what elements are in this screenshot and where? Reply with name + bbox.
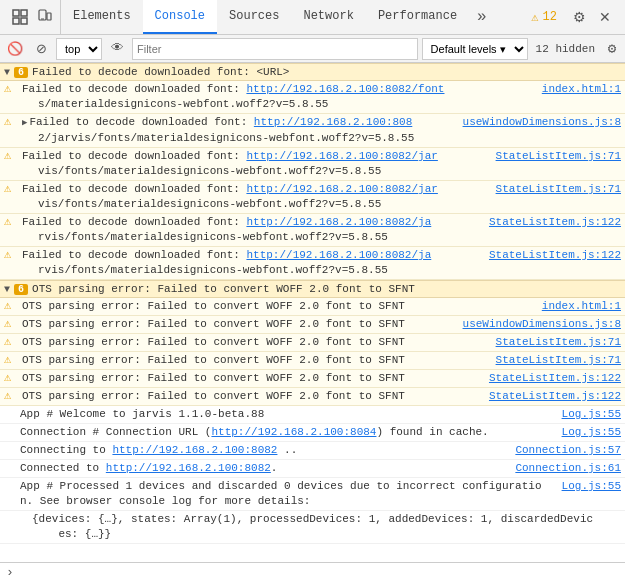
warning-icon: ⚠ — [4, 248, 18, 263]
console-line-text: OTS parsing error: Failed to convert WOF… — [22, 389, 481, 404]
warning-triangle-icon: ⚠ — [531, 10, 538, 25]
warning-icon: ⚠ — [4, 115, 18, 130]
svg-rect-3 — [21, 18, 27, 24]
console-line-text: OTS parsing error: Failed to convert WOF… — [22, 371, 481, 386]
console-line-text: Failed to decode downloaded font: http:/… — [22, 215, 481, 245]
console-line-text: App # Processed 1 devices and discarded … — [20, 479, 554, 509]
console-line: ⚠ OTS parsing error: Failed to convert W… — [0, 298, 625, 316]
console-line: App # Welcome to jarvis 1.1.0-beta.88 Lo… — [0, 406, 625, 424]
console-link[interactable]: http://192.168.2.100:8084 — [211, 426, 376, 438]
console-line: ⚠ ▶Failed to decode downloaded font: htt… — [0, 114, 625, 148]
console-line-text: Failed to decode downloaded font: http:/… — [22, 149, 488, 179]
console-line: App # Processed 1 devices and discarded … — [0, 478, 625, 511]
eye-icon[interactable]: 👁 — [106, 38, 128, 60]
devtools-settings: ⚙ ✕ — [563, 7, 621, 27]
warning-icon: ⚠ — [4, 353, 18, 368]
console-link[interactable]: http://192.168.2.100:808 — [254, 116, 412, 128]
tab-console[interactable]: Console — [143, 0, 217, 34]
devtools-tab-bar: Elements Console Sources Network Perform… — [0, 0, 625, 35]
console-line-text: OTS parsing error: Failed to convert WOF… — [22, 299, 534, 314]
warning-count[interactable]: ⚠ 12 — [525, 10, 563, 25]
console-filter-bar: 🚫 ⊘ top 👁 Default levels ▾ 12 hidden ⚙ — [0, 35, 625, 63]
tab-icons-group — [4, 0, 61, 34]
filter-toggle-icon[interactable]: ⊘ — [30, 38, 52, 60]
tab-network[interactable]: Network — [291, 0, 365, 34]
console-line-text: App # Welcome to jarvis 1.1.0-beta.88 — [20, 407, 554, 422]
tab-performance[interactable]: Performance — [366, 0, 469, 34]
clear-console-icon[interactable]: 🚫 — [4, 38, 26, 60]
console-link[interactable]: http://192.168.2.100:8082/ja — [246, 216, 431, 228]
settings-gear-icon[interactable]: ⚙ — [569, 7, 589, 27]
console-source-link[interactable]: useWindowDimensions.js:8 — [463, 115, 621, 130]
svg-rect-0 — [13, 10, 19, 16]
console-link[interactable]: http://192.168.2.100:8082/jar — [246, 150, 437, 162]
console-line: Connection # Connection URL (http://192.… — [0, 424, 625, 442]
console-line: ⚠ Failed to decode downloaded font: http… — [0, 81, 625, 114]
console-settings-icon[interactable]: ⚙ — [603, 40, 621, 58]
console-line: ⚠ OTS parsing error: Failed to convert W… — [0, 388, 625, 406]
console-line: ⚠ OTS parsing error: Failed to convert W… — [0, 316, 625, 334]
warning-icon: ⚠ — [4, 371, 18, 386]
log-level-selector[interactable]: Default levels ▾ — [422, 38, 528, 60]
console-line-text: Connecting to http://192.168.2.100:8082 … — [20, 443, 507, 458]
console-source-link[interactable]: Log.js:55 — [562, 407, 621, 422]
console-link[interactable]: http://192.168.2.100:8082/ja — [246, 249, 431, 261]
console-line: Connected to http://192.168.2.100:8082. … — [0, 460, 625, 478]
group1-triangle-icon: ▼ — [4, 67, 10, 78]
close-devtools-icon[interactable]: ✕ — [595, 7, 615, 27]
console-line-text: OTS parsing error: Failed to convert WOF… — [22, 317, 455, 332]
console-line: {devices: {…}, states: Array(1), process… — [0, 511, 625, 544]
console-source-link[interactable]: StateListItem.js:122 — [489, 371, 621, 386]
group2-text: OTS parsing error: Failed to convert WOF… — [32, 283, 415, 295]
console-link[interactable]: http://192.168.2.100:8082/font — [246, 83, 444, 95]
console-line-text: Failed to decode downloaded font: http:/… — [22, 182, 488, 212]
more-tabs-icon[interactable]: » — [469, 8, 495, 26]
filter-input-wrap — [132, 38, 418, 60]
console-source-link[interactable]: useWindowDimensions.js:8 — [463, 317, 621, 332]
console-link[interactable]: http://192.168.2.100:8082/jar — [246, 183, 437, 195]
console-line: ⚠ Failed to decode downloaded font: http… — [0, 247, 625, 280]
warning-icon: ⚠ — [4, 299, 18, 314]
warning-icon: ⚠ — [4, 389, 18, 404]
console-source-link[interactable]: StateListItem.js:122 — [489, 248, 621, 263]
console-line: ⚠ Failed to decode downloaded font: http… — [0, 214, 625, 247]
console-line-text: Connection # Connection URL (http://192.… — [20, 425, 554, 440]
prompt-arrow-icon: › — [6, 565, 14, 580]
console-source-link[interactable]: Connection.js:61 — [515, 461, 621, 476]
console-line-text: {devices: {…}, states: Array(1), process… — [20, 512, 621, 542]
console-source-link[interactable]: Log.js:55 — [562, 479, 621, 494]
console-source-link[interactable]: StateListItem.js:71 — [496, 353, 621, 368]
console-output: ▼ 6 Failed to decode downloaded font: <U… — [0, 63, 625, 562]
console-source-link[interactable]: StateListItem.js:71 — [496, 149, 621, 164]
group1-text: Failed to decode downloaded font: <URL> — [32, 66, 289, 78]
inspect-icon[interactable] — [10, 7, 30, 27]
tab-elements[interactable]: Elements — [61, 0, 143, 34]
warning-icon: ⚠ — [4, 335, 18, 350]
console-line-text: Failed to decode downloaded font: http:/… — [22, 82, 534, 112]
console-link[interactable]: http://192.168.2.100:8082 — [106, 462, 271, 474]
console-source-link[interactable]: index.html:1 — [542, 299, 621, 314]
console-line: ⚠ Failed to decode downloaded font: http… — [0, 148, 625, 181]
hidden-count: 12 hidden — [532, 43, 599, 55]
console-line: ⚠ OTS parsing error: Failed to convert W… — [0, 352, 625, 370]
device-toggle-icon[interactable] — [34, 7, 54, 27]
svg-rect-2 — [13, 18, 19, 24]
console-source-link[interactable]: Log.js:55 — [562, 425, 621, 440]
console-source-link[interactable]: index.html:1 — [542, 82, 621, 97]
console-line: Connecting to http://192.168.2.100:8082 … — [0, 442, 625, 460]
group2-header[interactable]: ▼ 6 OTS parsing error: Failed to convert… — [0, 280, 625, 298]
console-source-link[interactable]: StateListItem.js:122 — [489, 389, 621, 404]
console-source-link[interactable]: Connection.js:57 — [515, 443, 621, 458]
console-line: ⚠ OTS parsing error: Failed to convert W… — [0, 370, 625, 388]
tab-sources[interactable]: Sources — [217, 0, 291, 34]
console-line-text: OTS parsing error: Failed to convert WOF… — [22, 353, 488, 368]
group1-badge: 6 — [14, 67, 28, 78]
context-selector[interactable]: top — [56, 38, 102, 60]
console-link[interactable]: http://192.168.2.100:8082 — [112, 444, 277, 456]
group1-header[interactable]: ▼ 6 Failed to decode downloaded font: <U… — [0, 63, 625, 81]
svg-rect-1 — [21, 10, 27, 16]
console-source-link[interactable]: StateListItem.js:122 — [489, 215, 621, 230]
filter-input[interactable] — [132, 38, 418, 60]
console-source-link[interactable]: StateListItem.js:71 — [496, 182, 621, 197]
console-source-link[interactable]: StateListItem.js:71 — [496, 335, 621, 350]
